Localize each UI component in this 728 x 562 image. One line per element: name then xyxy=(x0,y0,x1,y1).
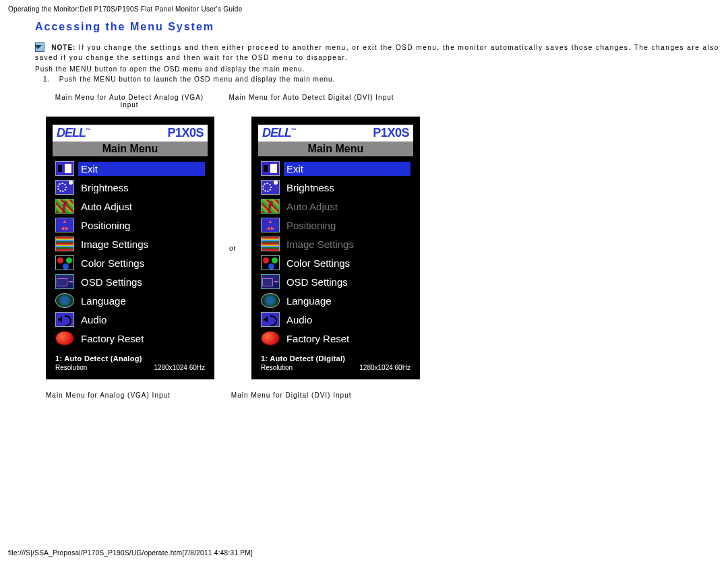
bottom-captions: Main Menu for Analog (VGA) Input Main Me… xyxy=(46,392,720,399)
resolution-label: Resolution xyxy=(261,364,293,371)
auto-icon: ƒ xyxy=(55,199,74,214)
step-number: 1. xyxy=(43,75,57,83)
menu-item-label: Exit xyxy=(78,162,205,176)
bright-icon xyxy=(261,180,280,195)
step-1: 1. Push the MENU button to launch the OS… xyxy=(43,75,720,83)
menu-item-label: Audio xyxy=(284,313,411,327)
menu-item-label: Exit xyxy=(284,162,411,176)
color-icon xyxy=(261,255,280,270)
menu-item-osd settings[interactable]: OSD Settings xyxy=(260,272,412,291)
menu-item-label: Auto Adjust xyxy=(78,199,205,214)
section-title: Accessing the Menu System xyxy=(35,21,720,33)
menu-item-positioning[interactable]: Positioning xyxy=(260,216,412,235)
auto-icon: ƒ xyxy=(261,199,280,214)
audio-icon xyxy=(261,312,280,327)
pos-icon xyxy=(55,218,74,232)
osd-icon xyxy=(261,274,280,289)
figures-row: DELL™P1X0SMain MenuExitBrightnessƒAuto A… xyxy=(46,117,720,379)
menu-item-positioning[interactable]: Positioning xyxy=(54,216,206,235)
menu-item-label: Image Settings xyxy=(284,237,411,251)
exit-icon xyxy=(55,161,74,176)
model-number: P1X0S xyxy=(373,126,409,140)
menu-item-label: Auto Adjust xyxy=(284,199,411,214)
osd-digital: DELL™P1X0SMain MenuExitBrightnessƒAuto A… xyxy=(251,117,420,379)
osd-analog: DELL™P1X0SMain MenuExitBrightnessƒAuto A… xyxy=(46,117,214,379)
osd-status: 1: Auto Detect (Digital)Resolution1280x1… xyxy=(258,354,413,371)
menu-list: ExitBrightnessƒAuto AdjustPositioningIma… xyxy=(258,156,413,354)
osd-header: DELL™P1X0S xyxy=(258,125,413,142)
menu-item-label: Color Settings xyxy=(284,256,411,270)
img-icon xyxy=(55,237,74,251)
menu-item-label: Color Settings xyxy=(78,256,205,270)
menu-item-factory reset[interactable]: Factory Reset xyxy=(54,329,206,348)
menu-item-audio[interactable]: Audio xyxy=(54,310,206,329)
pos-icon xyxy=(261,218,280,232)
menu-item-label: Brightness xyxy=(284,181,411,195)
menu-item-label: Brightness xyxy=(78,181,205,195)
lang-icon xyxy=(55,293,74,308)
menu-item-exit[interactable]: Exit xyxy=(54,159,206,178)
exit-icon xyxy=(261,161,280,176)
note-icon xyxy=(35,42,44,52)
dell-logo: DELL™ xyxy=(262,126,296,140)
page-header: Operating the Monitor:Dell P170S/P190S F… xyxy=(8,5,720,13)
menu-item-brightness[interactable]: Brightness xyxy=(54,178,206,197)
resolution-value: 1280x1024 60Hz xyxy=(154,364,205,371)
reset-icon xyxy=(55,331,74,346)
menu-list: ExitBrightnessƒAuto AdjustPositioningIma… xyxy=(53,156,208,354)
menu-item-image settings[interactable]: Image Settings xyxy=(54,235,206,253)
menu-item-label: Image Settings xyxy=(78,237,205,251)
osd-status: 1: Auto Detect (Analog)Resolution1280x10… xyxy=(53,354,208,371)
status-input: 1: Auto Detect (Analog) xyxy=(55,354,205,363)
menu-item-label: Audio xyxy=(78,313,205,327)
push-instruction-line: Push the MENU button to open the OSD men… xyxy=(35,65,720,73)
menu-item-exit[interactable]: Exit xyxy=(260,159,412,178)
img-icon xyxy=(261,237,280,251)
osd-header: DELL™P1X0S xyxy=(53,125,208,142)
main-menu-title: Main Menu xyxy=(53,142,208,156)
model-number: P1X0S xyxy=(167,126,204,140)
note-block: NOTE: If you change the settings and the… xyxy=(35,42,720,63)
status-input: 1: Auto Detect (Digital) xyxy=(261,354,411,363)
menu-item-language[interactable]: Language xyxy=(54,291,206,310)
menu-item-label: Language xyxy=(284,294,411,308)
menu-item-image settings[interactable]: Image Settings xyxy=(260,235,412,253)
note-text: If you change the settings and then eith… xyxy=(35,44,719,61)
menu-item-audio[interactable]: Audio xyxy=(260,310,412,329)
color-icon xyxy=(55,255,74,270)
lang-icon xyxy=(261,293,280,308)
menu-item-color settings[interactable]: Color Settings xyxy=(54,253,206,272)
reset-icon xyxy=(261,331,280,346)
menu-item-label: Positioning xyxy=(284,218,411,232)
bright-icon xyxy=(55,180,74,195)
menu-item-auto adjust[interactable]: ƒAuto Adjust xyxy=(54,197,206,216)
menu-item-label: OSD Settings xyxy=(78,275,205,289)
menu-item-brightness[interactable]: Brightness xyxy=(260,178,412,197)
menu-item-color settings[interactable]: Color Settings xyxy=(260,253,412,272)
menu-item-label: Language xyxy=(78,294,205,308)
main-menu-title: Main Menu xyxy=(258,142,413,156)
caption-analog: Main Menu for Analog (VGA) Input xyxy=(46,392,171,399)
caption-digital-auto: Main Menu for Auto Detect Digital (DVI) … xyxy=(227,94,396,108)
caption-digital: Main Menu for Digital (DVI) Input xyxy=(231,392,352,399)
step-text: Push the MENU button to launch the OSD m… xyxy=(59,75,336,83)
dell-logo: DELL™ xyxy=(57,126,90,140)
resolution-value: 1280x1024 60Hz xyxy=(359,364,411,371)
menu-item-label: Factory Reset xyxy=(78,332,205,346)
menu-item-auto adjust[interactable]: ƒAuto Adjust xyxy=(260,197,412,216)
osd-icon xyxy=(55,274,74,289)
resolution-label: Resolution xyxy=(55,364,87,371)
menu-item-label: Factory Reset xyxy=(284,332,411,346)
or-separator: or xyxy=(229,245,237,252)
menu-item-osd settings[interactable]: OSD Settings xyxy=(54,272,206,291)
menu-item-language[interactable]: Language xyxy=(260,291,412,310)
note-label: NOTE: xyxy=(51,44,75,51)
top-captions: Main Menu for Auto Detect Analog (VGA) I… xyxy=(45,94,720,108)
caption-analog-auto: Main Menu for Auto Detect Analog (VGA) I… xyxy=(45,94,214,108)
menu-item-label: Positioning xyxy=(78,218,205,232)
menu-item-label: OSD Settings xyxy=(284,275,411,289)
audio-icon xyxy=(55,312,74,327)
menu-item-factory reset[interactable]: Factory Reset xyxy=(260,329,412,348)
